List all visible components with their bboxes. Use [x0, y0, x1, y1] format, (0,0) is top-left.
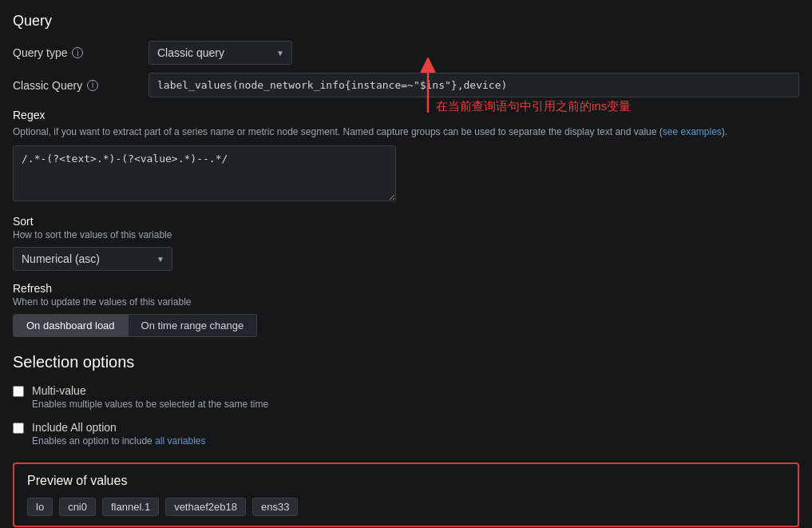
include-all-checkbox[interactable] — [13, 423, 24, 434]
preview-tag: lo — [27, 498, 53, 516]
include-all-row: Include All option Enables an option to … — [13, 421, 799, 447]
sort-select-wrapper: Disabled Alphabetical (asc) Alphabetical… — [13, 247, 172, 271]
sort-select[interactable]: Disabled Alphabetical (asc) Alphabetical… — [13, 247, 172, 271]
selection-options-title: Selection options — [13, 353, 799, 371]
multi-value-content: Multi-value Enables multiple values to b… — [32, 384, 268, 410]
query-type-label: Query type i — [13, 46, 149, 59]
sort-label: Sort — [13, 215, 799, 228]
multi-value-checkbox[interactable] — [13, 386, 24, 397]
preview-tag: cni0 — [59, 498, 96, 516]
preview-tag: ens33 — [252, 498, 298, 516]
refresh-label: Refresh — [13, 282, 799, 295]
query-type-row: Query type i Classic query Prometheus Lo… — [13, 41, 799, 65]
regex-textarea[interactable]: /.*-(?<text>.*)-(?<value>.*)--.*/ — [13, 145, 396, 201]
multi-value-description: Enables multiple values to be selected a… — [32, 399, 268, 410]
include-all-content: Include All option Enables an option to … — [32, 421, 206, 447]
sort-description: How to sort the values of this variable — [13, 229, 799, 240]
multi-value-row: Multi-value Enables multiple values to b… — [13, 384, 799, 410]
query-type-info-icon[interactable]: i — [72, 47, 83, 58]
preview-section: Preview of values locni0flannel.1vethaef… — [13, 462, 799, 527]
include-all-label[interactable]: Include All option — [32, 421, 117, 434]
refresh-dashboard-load-button[interactable]: On dashboard load — [13, 314, 129, 337]
classic-query-info-icon[interactable]: i — [87, 80, 98, 91]
preview-title: Preview of values — [27, 474, 785, 488]
refresh-section: Refresh When to update the values of thi… — [13, 282, 799, 337]
multi-value-label[interactable]: Multi-value — [32, 384, 86, 397]
selection-options-section: Selection options Multi-value Enables mu… — [13, 353, 799, 447]
refresh-time-range-button[interactable]: On time range change — [129, 314, 258, 337]
query-type-select-wrapper: Classic query Prometheus Loki ▼ — [149, 41, 292, 65]
regex-section: Regex Optional, if you want to extract p… — [13, 109, 799, 204]
page-title: Query — [13, 13, 799, 30]
regex-examples-link[interactable]: see examples — [663, 126, 722, 137]
regex-label: Regex — [13, 109, 799, 121]
include-all-description: Enables an option to include all variabl… — [32, 435, 206, 447]
classic-query-label: Classic Query i — [13, 79, 149, 92]
sort-section: Sort How to sort the values of this vari… — [13, 215, 799, 271]
preview-tags-container: locni0flannel.1vethaef2eb18ens33 — [27, 498, 785, 516]
preview-tag: vethaef2eb18 — [165, 498, 246, 516]
refresh-description: When to update the values of this variab… — [13, 296, 799, 308]
preview-tag: flannel.1 — [102, 498, 159, 516]
classic-query-input[interactable] — [149, 73, 799, 97]
include-all-variables-link[interactable]: all variables — [155, 435, 205, 447]
refresh-button-group: On dashboard load On time range change — [13, 314, 799, 337]
regex-description: Optional, if you want to extract part of… — [13, 125, 799, 139]
query-type-select[interactable]: Classic query Prometheus Loki — [149, 41, 292, 65]
classic-query-row: Classic Query i — [13, 73, 799, 97]
